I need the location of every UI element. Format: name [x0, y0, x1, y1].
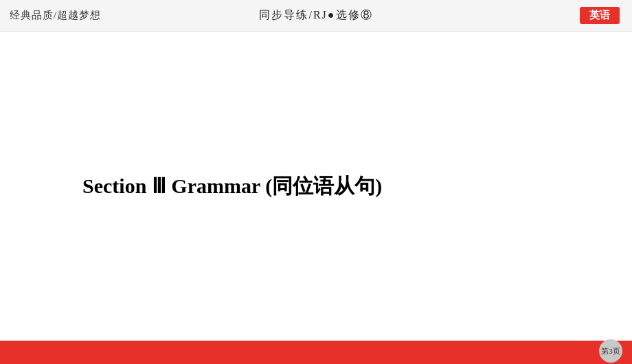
main-content: Section Ⅲ Grammar (同位语从句) — [0, 32, 632, 341]
slide-container: 经典品质/超越梦想 同步导练/RJ●选修⑧ 英语 Section Ⅲ Gramm… — [0, 0, 632, 364]
header-center-text: 同步导练/RJ●选修⑧ — [259, 8, 372, 23]
sync-guide-label: 同步导练/RJ●选修⑧ — [259, 9, 372, 21]
header-right-group: 英语 — [580, 7, 620, 24]
header-bar: 经典品质/超越梦想 同步导练/RJ●选修⑧ 英语 — [0, 0, 632, 32]
subject-badge: 英语 — [580, 7, 620, 24]
header-left-text: 经典品质/超越梦想 — [10, 9, 101, 22]
section-title: Section Ⅲ Grammar (同位语从句) — [82, 172, 382, 201]
page-badge: 第3页 — [599, 339, 622, 363]
bottom-bar: 第3页 — [0, 341, 632, 364]
